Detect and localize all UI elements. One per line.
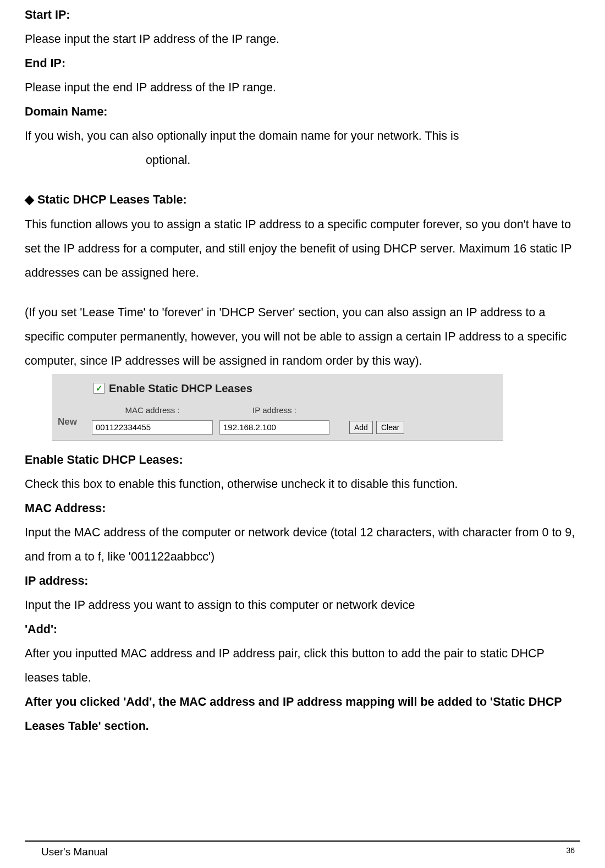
new-row-label: New xyxy=(58,413,85,435)
domain-name-text-line2: optional. xyxy=(146,148,190,172)
add-text: After you inputted MAC address and IP ad… xyxy=(25,641,580,690)
static-dhcp-para1: This function allows you to assign a sta… xyxy=(25,212,580,285)
footer-page-number: 36 xyxy=(566,846,575,858)
ip-address-label: IP address : xyxy=(252,402,296,419)
enable-static-checkbox[interactable]: ✓ xyxy=(94,383,105,394)
clear-button[interactable]: Clear xyxy=(376,421,404,434)
ip-address-text: Input the IP address you want to assign … xyxy=(25,593,580,617)
add-button[interactable]: Add xyxy=(349,421,373,434)
mac-address-heading: MAC Address: xyxy=(25,496,580,520)
static-dhcp-heading: Static DHCP Leases Table: xyxy=(25,188,580,212)
mac-address-label: MAC address : xyxy=(125,402,179,419)
start-ip-text: Please input the start IP address of the… xyxy=(25,27,580,51)
ip-address-heading: IP address: xyxy=(25,569,580,593)
start-ip-heading: Start IP: xyxy=(25,3,580,27)
mac-address-input[interactable] xyxy=(92,420,213,435)
ip-address-input[interactable] xyxy=(219,420,329,435)
domain-name-heading: Domain Name: xyxy=(25,100,580,124)
footer-manual-label: User's Manual xyxy=(41,846,108,858)
after-add-text: After you clicked 'Add', the MAC address… xyxy=(25,690,580,738)
end-ip-heading: End IP: xyxy=(25,51,580,75)
enable-static-text: Check this box to enable this function, … xyxy=(25,472,580,496)
page-footer: User's Manual 36 xyxy=(25,840,580,858)
static-dhcp-para2: (If you set 'Lease Time' to 'forever' in… xyxy=(25,300,580,373)
enable-static-heading: Enable Static DHCP Leases: xyxy=(25,448,580,472)
dhcp-leases-panel: ✓ Enable Static DHCP Leases New MAC addr… xyxy=(52,374,503,441)
mac-address-text: Input the MAC address of the computer or… xyxy=(25,520,580,569)
add-heading: 'Add': xyxy=(25,617,580,641)
end-ip-text: Please input the end IP address of the I… xyxy=(25,75,580,100)
domain-name-text-line1: If you wish, you can also optionally inp… xyxy=(25,124,580,148)
enable-static-checkbox-label: Enable Static DHCP Leases xyxy=(109,377,252,400)
